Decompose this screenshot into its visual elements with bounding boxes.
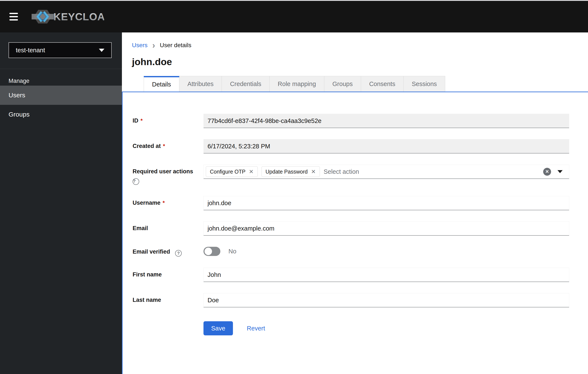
tab-label: Credentials bbox=[230, 81, 261, 88]
realm-name: test-tenant bbox=[16, 47, 99, 54]
toggle-state-label: No bbox=[229, 248, 236, 255]
tab-attributes[interactable]: Attributes bbox=[179, 76, 222, 92]
created-at-field bbox=[203, 139, 569, 154]
first-name-label: First name bbox=[133, 268, 203, 278]
form-row-created-at: Created at* bbox=[133, 139, 569, 154]
breadcrumb-users-link[interactable]: Users bbox=[132, 42, 147, 49]
keycloak-logo: KEYCLOAK bbox=[32, 9, 104, 24]
keycloak-admin-screen: KEYCLOAK test-tenant Manage Users Groups… bbox=[0, 0, 588, 374]
form-actions: Save Revert bbox=[133, 321, 569, 335]
breadcrumb-chevron-icon: › bbox=[152, 42, 155, 48]
id-label: ID* bbox=[133, 114, 203, 124]
help-icon[interactable]: ? bbox=[175, 250, 182, 257]
sidebar-item-label: Groups bbox=[9, 111, 30, 118]
breadcrumb: Users › User details bbox=[132, 42, 588, 49]
keycloak-logo-graphic: KEYCLOAK bbox=[32, 9, 104, 24]
created-at-label: Created at* bbox=[133, 139, 203, 149]
tab-bar: Details Attributes Credentials Role mapp… bbox=[122, 76, 588, 92]
caret-down-icon bbox=[99, 49, 105, 52]
tab-label: Sessions bbox=[412, 81, 437, 88]
tab-credentials[interactable]: Credentials bbox=[222, 76, 270, 92]
sidebar-nav: Users Groups bbox=[0, 86, 122, 124]
form-row-required-user-actions: Required user actions ? Configure OTP ✕ … bbox=[133, 165, 569, 185]
breadcrumb-current: User details bbox=[160, 42, 191, 49]
nav-section-title: Manage bbox=[0, 76, 122, 86]
revert-button[interactable]: Revert bbox=[247, 325, 265, 332]
form-row-username: Username* bbox=[133, 196, 569, 210]
email-verified-label: Email verified ? bbox=[133, 247, 203, 257]
username-field[interactable] bbox=[203, 196, 569, 210]
select-action-input[interactable] bbox=[324, 168, 543, 175]
chip-close-icon[interactable]: ✕ bbox=[311, 168, 316, 175]
required-asterisk: * bbox=[163, 200, 165, 206]
username-label: Username* bbox=[133, 196, 203, 206]
tab-label: Consents bbox=[369, 81, 395, 88]
details-tab-panel: ID* Created at* Required user actions ? … bbox=[122, 92, 588, 374]
tab-label: Attributes bbox=[188, 81, 214, 88]
required-asterisk: * bbox=[140, 117, 143, 124]
form-row-email: Email bbox=[133, 221, 569, 236]
form-row-email-verified: Email verified ? No bbox=[133, 247, 569, 257]
tab-groups[interactable]: Groups bbox=[324, 76, 361, 92]
sidebar: test-tenant Manage Users Groups bbox=[0, 32, 122, 374]
first-name-field[interactable] bbox=[203, 268, 569, 282]
chip-label: Configure OTP bbox=[210, 169, 246, 175]
hamburger-menu-button[interactable] bbox=[9, 11, 20, 22]
hamburger-icon bbox=[9, 13, 18, 14]
sidebar-item-groups[interactable]: Groups bbox=[0, 105, 122, 124]
email-field[interactable] bbox=[203, 221, 569, 236]
tab-label: Role mapping bbox=[278, 81, 316, 88]
chip-configure-otp[interactable]: Configure OTP ✕ bbox=[206, 166, 258, 177]
help-icon[interactable]: ? bbox=[133, 178, 139, 185]
main-content: Users › User details john.doe Details At… bbox=[122, 32, 588, 374]
caret-down-icon[interactable] bbox=[557, 170, 563, 173]
last-name-label: Last name bbox=[133, 293, 203, 303]
form-row-id: ID* bbox=[133, 114, 569, 128]
tab-details[interactable]: Details bbox=[144, 76, 179, 92]
masthead: KEYCLOAK bbox=[0, 1, 588, 32]
tab-label: Groups bbox=[332, 81, 353, 88]
sidebar-item-users[interactable]: Users bbox=[0, 86, 122, 105]
clear-selections-button[interactable]: ✕ bbox=[543, 168, 551, 176]
hamburger-icon bbox=[9, 19, 18, 21]
email-verified-toggle-wrap: No bbox=[203, 247, 569, 256]
last-name-field[interactable] bbox=[203, 293, 569, 307]
page-title: john.doe bbox=[132, 56, 588, 67]
required-asterisk: * bbox=[163, 143, 165, 149]
tab-role-mapping[interactable]: Role mapping bbox=[270, 76, 324, 92]
id-field bbox=[203, 114, 569, 128]
required-user-actions-multiselect[interactable]: Configure OTP ✕ Update Password ✕ ✕ bbox=[203, 165, 569, 179]
chip-label: Update Password bbox=[266, 169, 308, 175]
email-verified-toggle[interactable] bbox=[203, 247, 220, 256]
save-button[interactable]: Save bbox=[203, 321, 233, 335]
clear-x-icon: ✕ bbox=[545, 169, 549, 174]
form-row-first-name: First name bbox=[133, 268, 569, 282]
tab-sessions[interactable]: Sessions bbox=[404, 76, 445, 92]
tab-consents[interactable]: Consents bbox=[361, 76, 404, 92]
chip-close-icon[interactable]: ✕ bbox=[249, 168, 254, 175]
tab-label: Details bbox=[152, 81, 171, 88]
chip-update-password[interactable]: Update Password ✕ bbox=[262, 166, 320, 177]
hamburger-icon bbox=[9, 16, 18, 17]
realm-selector[interactable]: test-tenant bbox=[9, 42, 112, 58]
required-user-actions-label: Required user actions ? bbox=[133, 165, 203, 185]
toggle-knob bbox=[205, 248, 212, 255]
email-label: Email bbox=[133, 221, 203, 232]
sidebar-item-label: Users bbox=[9, 92, 25, 99]
brand-text: KEYCLOAK bbox=[53, 11, 104, 22]
form-row-last-name: Last name bbox=[133, 293, 569, 307]
